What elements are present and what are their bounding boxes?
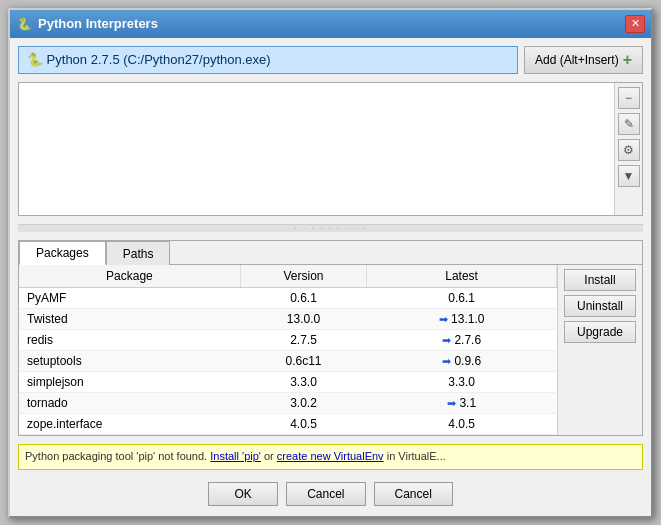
update-arrow: ➡ [442, 355, 451, 367]
package-latest: 0.6.1 [367, 288, 557, 309]
package-version: 3.0.2 [240, 393, 366, 414]
title-bar: 🐍 Python Interpreters ✕ [10, 10, 651, 38]
tab-header: Packages Paths [19, 241, 642, 265]
table-row: simplejson3.3.03.3.0 [19, 372, 556, 393]
package-latest: ➡ 13.1.0 [367, 309, 557, 330]
window-icon: 🐍 [16, 16, 32, 32]
drag-handle[interactable]: · · · · · · · · · [18, 224, 643, 232]
selected-interpreter[interactable]: 🐍 Python 2.7.5 (C:/Python27/python.exe) [18, 46, 518, 74]
drag-dots: · · · · · · · · · [295, 224, 367, 233]
package-version: 4.0.5 [240, 414, 366, 435]
table-row: tornado3.0.2➡ 3.1 [19, 393, 556, 414]
package-latest: 4.0.5 [367, 414, 557, 435]
interpreter-list[interactable] [19, 83, 614, 216]
upgrade-button[interactable]: Upgrade [564, 321, 636, 343]
install-pip-link[interactable]: Install 'pip' [210, 450, 261, 462]
remove-interpreter-button[interactable]: − [618, 87, 640, 109]
create-virtualenv-link[interactable]: create new VirtualEnv [277, 450, 384, 462]
tab-paths[interactable]: Paths [106, 241, 171, 265]
interpreter-list-area: − ✎ ⚙ ▼ [18, 82, 643, 217]
package-version: 2.7.5 [240, 330, 366, 351]
package-latest: 3.3.0 [367, 372, 557, 393]
window-body: 🐍 Python 2.7.5 (C:/Python27/python.exe) … [10, 38, 651, 516]
filter-interpreter-button[interactable]: ▼ [618, 165, 640, 187]
interpreter-actions: − ✎ ⚙ ▼ [614, 83, 642, 216]
package-latest: ➡ 2.7.6 [367, 330, 557, 351]
col-header-latest: Latest [367, 265, 557, 288]
table-row: setuptools0.6c11➡ 0.9.6 [19, 351, 556, 372]
status-bar: Python packaging tool 'pip' not found. I… [18, 444, 643, 469]
tabs-section: Packages Paths Package Version Latest Py… [18, 240, 643, 436]
update-arrow: ➡ [447, 397, 456, 409]
package-latest: ➡ 3.1 [367, 393, 557, 414]
package-name: setuptools [19, 351, 240, 372]
add-button-label: Add (Alt+Insert) [535, 53, 619, 67]
package-latest: ➡ 0.9.6 [367, 351, 557, 372]
package-name: zope.interface [19, 414, 240, 435]
config-interpreter-button[interactable]: ⚙ [618, 139, 640, 161]
package-name: redis [19, 330, 240, 351]
status-or: or [264, 450, 277, 462]
interpreter-bar: 🐍 Python 2.7.5 (C:/Python27/python.exe) … [18, 46, 643, 74]
package-name: Twisted [19, 309, 240, 330]
table-row: zope.interface4.0.54.0.5 [19, 414, 556, 435]
col-header-version: Version [240, 265, 366, 288]
package-name: PyAMF [19, 288, 240, 309]
python-interpreters-window: 🐍 Python Interpreters ✕ 🐍 Python 2.7.5 (… [8, 8, 653, 518]
update-arrow: ➡ [439, 313, 448, 325]
add-interpreter-button[interactable]: Add (Alt+Insert) + [524, 46, 643, 74]
package-version: 0.6.1 [240, 288, 366, 309]
close-button[interactable]: ✕ [625, 15, 645, 33]
status-text: Python packaging tool 'pip' not found. [25, 450, 210, 462]
bottom-buttons: OK Cancel Cancel [18, 478, 643, 508]
package-name: tornado [19, 393, 240, 414]
table-area: Package Version Latest PyAMF0.6.10.6.1Tw… [19, 265, 642, 435]
edit-interpreter-button[interactable]: ✎ [618, 113, 640, 135]
add-icon: + [623, 51, 632, 69]
package-version: 13.0.0 [240, 309, 366, 330]
window-title: Python Interpreters [38, 16, 158, 31]
close-dialog-button[interactable]: Cancel [374, 482, 453, 506]
table-row: Twisted13.0.0➡ 13.1.0 [19, 309, 556, 330]
package-version: 0.6c11 [240, 351, 366, 372]
install-button[interactable]: Install [564, 269, 636, 291]
table-row: PyAMF0.6.10.6.1 [19, 288, 556, 309]
cancel-button[interactable]: Cancel [286, 482, 365, 506]
ok-button[interactable]: OK [208, 482, 278, 506]
update-arrow: ➡ [442, 334, 451, 346]
table-header-row: Package Version Latest [19, 265, 556, 288]
uninstall-button[interactable]: Uninstall [564, 295, 636, 317]
col-header-package: Package [19, 265, 240, 288]
status-suffix: in VirtualE... [387, 450, 446, 462]
package-name: simplejson [19, 372, 240, 393]
tab-packages[interactable]: Packages [19, 241, 106, 265]
table-row: redis2.7.5➡ 2.7.6 [19, 330, 556, 351]
table-actions: Install Uninstall Upgrade [557, 265, 642, 435]
packages-table: Package Version Latest PyAMF0.6.10.6.1Tw… [19, 265, 557, 435]
package-version: 3.3.0 [240, 372, 366, 393]
